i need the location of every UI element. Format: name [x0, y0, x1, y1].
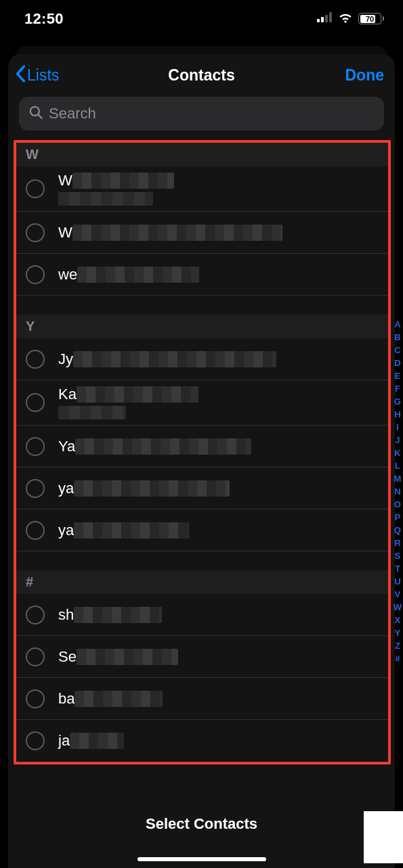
radio-unchecked-icon[interactable]	[26, 606, 45, 624]
radio-unchecked-icon[interactable]	[26, 689, 45, 708]
status-right: 70	[317, 12, 384, 26]
cellular-icon	[317, 12, 333, 25]
index-letter[interactable]: I	[396, 421, 399, 434]
index-letter[interactable]: F	[395, 382, 400, 395]
contact-row[interactable]: sh	[16, 594, 388, 636]
svg-rect-1	[321, 17, 324, 22]
index-letter[interactable]: B	[394, 331, 400, 344]
section-header: #	[16, 570, 388, 594]
index-letter[interactable]: X	[395, 614, 401, 626]
contact-name-prefix: we	[58, 266, 77, 283]
radio-unchecked-icon[interactable]	[26, 647, 45, 666]
contact-name-prefix: sh	[58, 606, 74, 624]
index-letter[interactable]: W	[394, 601, 402, 614]
index-letter[interactable]: C	[394, 344, 400, 357]
contacts-sheet: Lists Contacts Done Search WWWweYJyKaYay…	[8, 54, 395, 868]
contact-name-prefix: W	[58, 172, 72, 189]
search-container: Search	[8, 97, 395, 140]
index-letter[interactable]: H	[394, 408, 400, 421]
contact-row[interactable]: ya	[16, 509, 388, 551]
chevron-left-icon	[15, 65, 26, 87]
contact-name-prefix: Jy	[58, 350, 73, 368]
radio-unchecked-icon[interactable]	[26, 265, 45, 284]
svg-rect-3	[329, 12, 332, 22]
redacted-name	[75, 438, 251, 455]
radio-unchecked-icon[interactable]	[26, 223, 45, 242]
contact-row[interactable]: ya	[16, 467, 388, 509]
index-letter[interactable]: J	[395, 434, 400, 447]
contact-row[interactable]: Ka	[16, 380, 388, 426]
contact-row[interactable]: W	[16, 212, 388, 254]
home-indicator[interactable]	[137, 857, 266, 861]
index-letter[interactable]: M	[394, 472, 401, 485]
radio-unchecked-icon[interactable]	[26, 479, 45, 498]
index-letter[interactable]: V	[395, 588, 401, 601]
radio-unchecked-icon[interactable]	[26, 350, 45, 369]
redacted-name	[77, 386, 198, 403]
index-letter[interactable]: D	[394, 357, 400, 369]
section-header: Y	[16, 315, 388, 338]
redacted-name	[75, 691, 163, 707]
redacted-name	[74, 607, 162, 623]
contact-name-prefix: ya	[58, 480, 74, 497]
index-letter[interactable]: P	[395, 511, 401, 524]
index-letter[interactable]: U	[394, 575, 400, 588]
index-letter[interactable]: K	[394, 447, 400, 459]
index-letter[interactable]: A	[394, 318, 400, 331]
back-label: Lists	[27, 66, 59, 85]
radio-unchecked-icon[interactable]	[26, 731, 45, 750]
radio-unchecked-icon[interactable]	[26, 179, 45, 198]
redacted-name	[77, 267, 199, 283]
search-input[interactable]: Search	[19, 97, 384, 131]
index-letter[interactable]: R	[394, 536, 400, 549]
battery-percent: 70	[366, 15, 374, 23]
nav-bar: Lists Contacts Done	[8, 54, 395, 97]
wifi-icon	[338, 12, 353, 26]
index-letter[interactable]: O	[394, 498, 401, 511]
battery-icon: 70	[358, 13, 384, 24]
index-letter[interactable]: N	[394, 485, 400, 498]
redacted-name	[74, 480, 230, 497]
back-button[interactable]: Lists	[15, 65, 59, 87]
redacted-name	[77, 649, 178, 665]
index-letter[interactable]: L	[395, 459, 400, 472]
contact-row[interactable]: ja	[16, 720, 388, 762]
select-contacts-button[interactable]: Select Contacts	[146, 815, 257, 833]
index-letter[interactable]: E	[395, 369, 401, 382]
redacted-subtitle	[58, 406, 126, 419]
radio-unchecked-icon[interactable]	[26, 393, 45, 412]
index-letter[interactable]: Z	[395, 639, 400, 652]
status-time: 12:50	[24, 10, 64, 28]
contact-name-prefix: Ka	[58, 386, 77, 403]
search-icon	[28, 105, 43, 122]
status-bar: 12:50 70	[0, 0, 403, 37]
section-header: W	[16, 143, 388, 166]
radio-unchecked-icon[interactable]	[26, 521, 45, 540]
redacted-name	[70, 733, 124, 749]
redacted-subtitle	[58, 192, 153, 206]
index-letter[interactable]: S	[395, 549, 401, 562]
contact-row[interactable]: Se	[16, 636, 388, 678]
index-letter[interactable]: Y	[395, 626, 401, 639]
contact-name-prefix: W	[58, 224, 72, 242]
contact-row[interactable]: W	[16, 166, 388, 212]
index-letter[interactable]: G	[394, 395, 401, 408]
contact-row[interactable]: ba	[16, 678, 388, 720]
index-letter[interactable]: T	[395, 562, 400, 575]
redacted-name	[74, 522, 189, 539]
svg-point-4	[30, 107, 39, 116]
index-letter[interactable]: #	[395, 652, 400, 665]
contact-name-prefix: ya	[58, 522, 74, 539]
done-button[interactable]: Done	[345, 66, 385, 85]
alpha-index[interactable]: ABCDEFGHIJKLMNOPQRSTUVWXYZ#	[394, 318, 402, 665]
white-overlay-box	[364, 811, 403, 863]
svg-line-5	[39, 115, 42, 118]
contact-name-prefix: Se	[58, 648, 77, 666]
contact-row[interactable]: Jy	[16, 338, 388, 380]
index-letter[interactable]: Q	[394, 524, 401, 536]
contact-row[interactable]: we	[16, 254, 388, 296]
contact-name-prefix: ja	[58, 732, 70, 750]
search-placeholder: Search	[49, 105, 96, 122]
contact-row[interactable]: Ya	[16, 426, 388, 467]
radio-unchecked-icon[interactable]	[26, 437, 45, 456]
